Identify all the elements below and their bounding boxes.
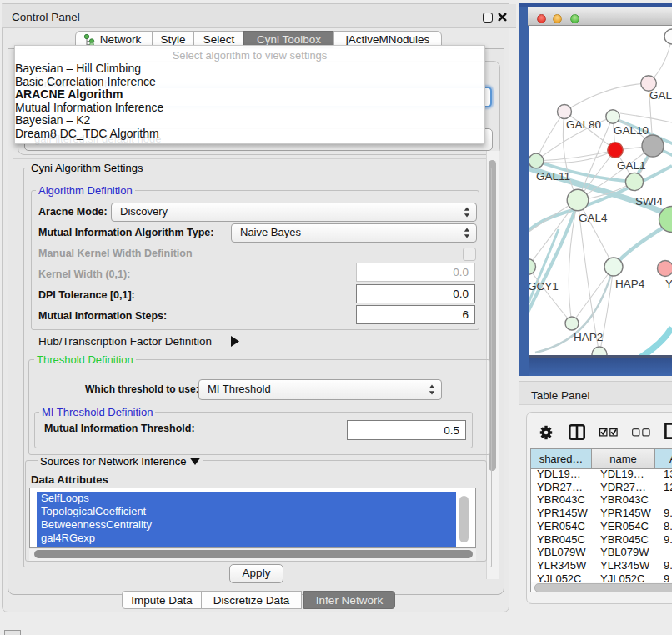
svg-text:GCY1: GCY1 bbox=[529, 280, 559, 292]
svg-text:GAL80: GAL80 bbox=[566, 118, 601, 131]
svg-text:Y: Y bbox=[665, 278, 672, 290]
svg-text:SWI4: SWI4 bbox=[635, 195, 663, 208]
svg-text:GAL10: GAL10 bbox=[614, 124, 649, 137]
svg-text:HAP4: HAP4 bbox=[615, 278, 645, 290]
svg-text:GAL: GAL bbox=[649, 89, 672, 102]
svg-text:GAL11: GAL11 bbox=[536, 170, 570, 182]
svg-text:HAP2: HAP2 bbox=[574, 331, 603, 343]
svg-text:GAL4: GAL4 bbox=[579, 212, 608, 224]
svg-text:GAL1: GAL1 bbox=[617, 159, 646, 172]
